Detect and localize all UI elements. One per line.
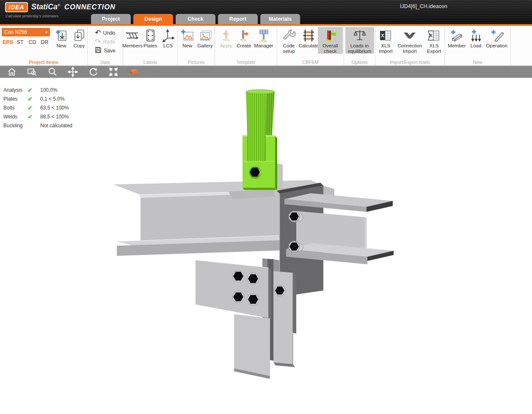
- mode-st[interactable]: ST: [14, 39, 26, 45]
- plates-label: Plates: [143, 43, 157, 49]
- calculate-label: Calculate: [298, 43, 319, 49]
- new-operation-button[interactable]: Operation: [485, 27, 509, 49]
- copy-item-icon: [72, 28, 86, 43]
- result-value: Not calculated: [40, 123, 72, 129]
- group-caption-cbfem: CBFEM: [277, 60, 344, 65]
- mode-eps[interactable]: EPS: [2, 39, 14, 45]
- template-manager-button[interactable]: Manager: [253, 27, 274, 49]
- code-setup-icon: [282, 28, 296, 43]
- new-member-button[interactable]: Member: [447, 27, 467, 49]
- code-setup-label: Code setup: [279, 43, 298, 54]
- tab-materials[interactable]: Materials: [260, 14, 300, 24]
- solid-view-button[interactable]: [129, 67, 139, 77]
- result-value: 88,5 < 100%: [40, 114, 69, 120]
- template-manager-icon: [256, 28, 271, 43]
- zoom-button[interactable]: [47, 67, 58, 77]
- connection-import-button[interactable]: Connection Import: [395, 27, 424, 54]
- result-row-analysis: Analysis ✔ 100,0%: [3, 85, 72, 94]
- group-new: Member Load Operation New: [445, 26, 511, 65]
- template-apply-button[interactable]: Apply: [217, 27, 235, 49]
- new-item-button[interactable]: New: [52, 27, 70, 49]
- template-create-label: Create: [237, 43, 251, 49]
- xls-import-label: XLS Import: [378, 43, 394, 54]
- svg-text:X: X: [430, 33, 433, 38]
- idea-logo: IDEA: [5, 2, 28, 12]
- tab-report[interactable]: Report: [218, 14, 258, 24]
- app-name: CONNECTION: [64, 3, 116, 11]
- new-load-label: Load: [471, 43, 482, 49]
- group-project-items: Con N256 ▾ EPS ST CD DR New Copy Project…: [0, 26, 88, 65]
- check-results-panel: Analysis ✔ 100,0% Plates ✔ 0,1 < 5,0% Bo…: [3, 85, 72, 130]
- result-label: Welds: [3, 114, 28, 120]
- result-row-welds: Welds ✔ 88,5 < 100%: [3, 112, 72, 121]
- undo-button[interactable]: ↶ Undo: [95, 29, 115, 37]
- group-labels: Members Plates LCS Labels: [123, 26, 178, 65]
- xls-export-button[interactable]: X XLS Export: [424, 27, 444, 54]
- mode-dr[interactable]: DR: [39, 39, 51, 45]
- group-caption-data: Data: [88, 60, 123, 65]
- group-cbfem: Code setup Calculate Overall check CBFEM: [277, 26, 344, 65]
- group-data: ↶ Undo ↷ Redo Save Data: [88, 26, 123, 65]
- rotate-button[interactable]: [88, 67, 98, 77]
- undo-label: Undo: [103, 30, 116, 36]
- template-create-icon: [237, 28, 251, 43]
- tab-check[interactable]: Check: [176, 14, 215, 24]
- overall-check-icon: [323, 28, 337, 43]
- new-item-icon: [55, 28, 68, 43]
- home-view-button[interactable]: [7, 67, 17, 77]
- save-button[interactable]: Save: [95, 47, 115, 55]
- copy-item-button[interactable]: Copy: [70, 27, 88, 49]
- overall-check-button[interactable]: Overall check: [318, 27, 343, 54]
- group-caption-import-export: Import/Export loads: [375, 60, 444, 65]
- template-apply-label: Apply: [220, 43, 232, 49]
- title-bar: IDEA StatiCa® Calculate yesterday's esti…: [0, 0, 532, 24]
- zoom-window-button[interactable]: [27, 67, 37, 77]
- result-value: 63,5 < 100%: [40, 105, 69, 111]
- mode-cd[interactable]: CD: [26, 39, 39, 45]
- xls-import-button[interactable]: X XLS Import: [376, 27, 395, 54]
- connection-import-label: Connection Import: [397, 43, 423, 54]
- group-options: Loads in equilibrium Options: [344, 26, 375, 65]
- ribbon-spacer: [511, 26, 532, 65]
- connection-item-select[interactable]: Con N256 ▾: [2, 28, 50, 36]
- check-pass-icon: ✔: [28, 113, 40, 120]
- template-create-button[interactable]: Create: [235, 27, 253, 49]
- logo-tagline: Calculate yesterday's estimates: [6, 14, 58, 18]
- mode-switch-row: EPS ST CD DR: [2, 39, 51, 45]
- view-toolbar: [0, 66, 532, 78]
- plates-labels-button[interactable]: Plates: [141, 27, 159, 49]
- result-row-bolts: Bolts ✔ 63,5 < 100%: [3, 103, 72, 112]
- result-row-buckling: Buckling Not calculated: [3, 121, 72, 130]
- plates-icon: [144, 28, 157, 43]
- members-icon: [125, 28, 140, 43]
- xls-import-icon: X: [379, 28, 392, 43]
- pan-button[interactable]: [68, 67, 78, 77]
- check-pass-icon: ✔: [28, 87, 40, 93]
- calculate-button[interactable]: Calculate: [300, 27, 318, 49]
- new-operation-icon: [490, 28, 504, 43]
- loads-in-equilibrium-toggle[interactable]: Loads in equilibrium: [345, 27, 374, 54]
- zoom-fit-button[interactable]: [108, 67, 119, 77]
- ribbon-tab-bar: Project Design Check Report Materials: [91, 14, 300, 24]
- tab-design[interactable]: Design: [133, 14, 173, 24]
- lcs-labels-button[interactable]: LCS: [159, 27, 177, 49]
- dropdown-arrow-icon: ▾: [45, 30, 47, 34]
- redo-button[interactable]: ↷ Redo: [95, 38, 115, 46]
- model-viewport[interactable]: Analysis ✔ 100,0% Plates ✔ 0,1 < 5,0% Bo…: [0, 78, 532, 413]
- save-icon: [95, 47, 102, 55]
- picture-new-button[interactable]: New: [179, 27, 196, 49]
- picture-gallery-button[interactable]: Gallery: [196, 27, 214, 49]
- tab-project[interactable]: Project: [91, 14, 131, 24]
- equilibrium-scale-icon: [353, 28, 367, 43]
- new-operation-label: Operation: [486, 43, 507, 49]
- code-setup-button[interactable]: Code setup: [278, 27, 300, 54]
- picture-new-icon: [180, 28, 195, 43]
- members-labels-button[interactable]: Members: [124, 27, 141, 49]
- new-load-button[interactable]: Load: [467, 27, 485, 49]
- picture-gallery-label: Gallery: [197, 43, 212, 49]
- right-beam: [284, 193, 394, 264]
- undo-icon: ↶: [95, 30, 101, 36]
- redo-icon: ↷: [95, 38, 101, 45]
- connection-3d-model[interactable]: [0, 78, 532, 413]
- new-item-label: New: [56, 43, 66, 49]
